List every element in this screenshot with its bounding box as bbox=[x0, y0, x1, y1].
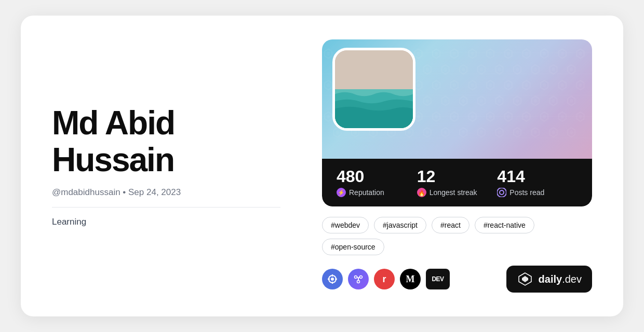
reputation-icon: ⚡ bbox=[337, 188, 346, 197]
user-handle: @mdabidhussain bbox=[52, 187, 120, 197]
profile-banner-card: 480 ⚡ Reputation 12 bbox=[322, 39, 592, 206]
social-medium-icon[interactable]: M bbox=[400, 269, 421, 289]
divider bbox=[52, 207, 280, 208]
svg-point-15 bbox=[355, 276, 357, 279]
user-bio: Learning bbox=[52, 217, 280, 227]
bottom-row: r M DEV daily.dev bbox=[322, 266, 592, 293]
social-crosshair-icon[interactable] bbox=[322, 269, 343, 289]
profile-card-container: Md Abid Hussain @mdabidhussain • Sep 24,… bbox=[21, 16, 623, 316]
daily-dev-text: daily.dev bbox=[539, 273, 582, 285]
tag-react-native[interactable]: #react-native bbox=[475, 217, 534, 233]
posts-value: 414 bbox=[497, 168, 578, 185]
svg-text:⚡: ⚡ bbox=[338, 189, 345, 196]
tag-javascript[interactable]: #javascript bbox=[374, 217, 426, 233]
svg-point-8 bbox=[500, 190, 504, 195]
left-panel: Md Abid Hussain @mdabidhussain • Sep 24,… bbox=[52, 105, 280, 227]
user-name: Md Abid Hussain bbox=[52, 105, 280, 178]
user-joined: Sep 24, 2023 bbox=[128, 187, 181, 197]
profile-banner bbox=[322, 39, 592, 159]
posts-label: Posts read bbox=[497, 188, 578, 197]
streak-value: 12 bbox=[417, 168, 498, 185]
social-icons: r M DEV bbox=[322, 269, 450, 289]
tag-react[interactable]: #react bbox=[432, 217, 469, 233]
svg-rect-0 bbox=[335, 50, 413, 89]
svg-text:🔥: 🔥 bbox=[418, 189, 425, 197]
daily-dev-badge: daily.dev bbox=[506, 266, 592, 293]
tags-container: #webdev #javascript #react #react-native… bbox=[322, 217, 592, 255]
social-git-icon[interactable] bbox=[348, 269, 369, 289]
streak-icon: 🔥 bbox=[417, 188, 426, 197]
avatar-image bbox=[335, 50, 413, 128]
avatar bbox=[332, 48, 415, 131]
svg-point-17 bbox=[357, 281, 360, 283]
reputation-value: 480 bbox=[337, 168, 417, 185]
stats-bar: 480 ⚡ Reputation 12 bbox=[322, 159, 592, 206]
streak-label: 🔥 Longest streak bbox=[417, 188, 498, 197]
stat-streak: 12 🔥 Longest streak bbox=[417, 168, 498, 197]
user-meta: @mdabidhussain • Sep 24, 2023 bbox=[52, 187, 280, 198]
social-dev-icon[interactable]: DEV bbox=[426, 269, 450, 289]
tag-webdev[interactable]: #webdev bbox=[322, 217, 369, 233]
social-reddit-icon[interactable]: r bbox=[374, 269, 395, 289]
tag-open-source[interactable]: #open-source bbox=[322, 239, 384, 255]
stat-reputation: 480 ⚡ Reputation bbox=[337, 168, 417, 197]
svg-point-16 bbox=[360, 276, 363, 279]
right-panel: 480 ⚡ Reputation 12 bbox=[322, 39, 592, 293]
svg-point-14 bbox=[331, 278, 334, 281]
stat-posts: 414 Posts read bbox=[497, 168, 578, 197]
daily-dev-logo-icon bbox=[517, 272, 533, 286]
svg-point-7 bbox=[497, 188, 506, 197]
reputation-label: ⚡ Reputation bbox=[337, 188, 417, 197]
posts-icon bbox=[497, 188, 506, 197]
